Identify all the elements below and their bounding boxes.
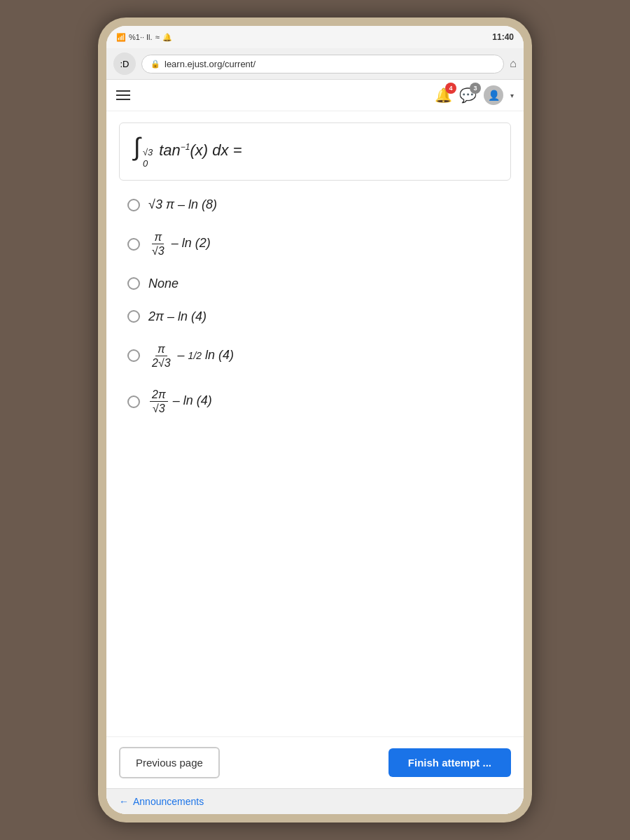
fraction-b: π √3 <box>150 230 167 258</box>
previous-page-button[interactable]: Previous page <box>119 747 220 778</box>
status-bar: 📶 %1·· Il. ≈ 🔔 11:40 <box>106 26 524 48</box>
option-a[interactable]: √3 π – ln (8) <box>119 192 511 218</box>
bottom-nav: Previous page Finish attempt ... <box>106 736 524 788</box>
hamburger-line1 <box>116 90 130 92</box>
option-a-label: √3 π – ln (8) <box>148 197 217 212</box>
option-f[interactable]: 2π √3 – ln (4) <box>119 382 511 421</box>
hamburger-line2 <box>116 94 130 96</box>
fraction-e-den: 2√3 <box>150 356 173 370</box>
phone-frame: 📶 %1·· Il. ≈ 🔔 11:40 :D 🔒 learn.ejust.or… <box>98 18 532 822</box>
hamburger-line3 <box>116 99 130 100</box>
browser-chrome: :D 🔒 learn.ejust.org/current/ ⌂ <box>106 48 524 80</box>
chat-badge: 3 <box>470 83 481 94</box>
option-f-label: 2π √3 – ln (4) <box>148 388 212 415</box>
radio-b[interactable] <box>127 238 140 251</box>
options-list: √3 π – ln (8) π √3 – ln (2) <box>119 192 511 421</box>
fraction-e: π 2√3 <box>150 342 173 370</box>
finish-attempt-button[interactable]: Finish attempt ... <box>388 748 511 777</box>
avatar-placeholder: 👤 <box>488 90 500 101</box>
fraction-b-num: π <box>152 230 164 244</box>
option-e[interactable]: π 2√3 – 1/2 ln (4) <box>119 337 511 375</box>
radio-e[interactable] <box>127 349 140 362</box>
back-arrow-icon: ← <box>119 796 129 807</box>
option-e-label: π 2√3 – 1/2 ln (4) <box>148 342 234 370</box>
status-time: 11:40 <box>492 32 514 42</box>
option-d-label: 2π – ln (4) <box>148 309 206 324</box>
smiley-label: :D <box>120 59 130 69</box>
lower-bound: 0 <box>143 158 153 169</box>
fraction-b-den: √3 <box>150 244 167 258</box>
status-left: 📶 %1·· Il. ≈ 🔔 <box>116 33 172 42</box>
radio-a[interactable] <box>127 199 140 211</box>
option-b[interactable]: π √3 – ln (2) <box>119 225 511 263</box>
integrand-text: tan−1(x) dx = <box>159 141 241 160</box>
option-b-label: π √3 – ln (2) <box>148 230 211 258</box>
fraction-f-den: √3 <box>150 402 167 415</box>
bell-container[interactable]: 🔔 4 <box>435 87 452 104</box>
hamburger-menu[interactable] <box>116 90 130 100</box>
fraction-f: 2π √3 <box>150 388 168 415</box>
fraction-f-num: 2π <box>150 388 168 402</box>
top-nav: 🔔 4 💬 3 👤 ▾ <box>106 80 524 111</box>
spacer <box>106 435 524 737</box>
phone-screen: 📶 %1·· Il. ≈ 🔔 11:40 :D 🔒 learn.ejust.or… <box>106 26 524 814</box>
browser-back-button[interactable]: :D <box>113 52 136 75</box>
integral-expression: ∫ √3 0 tan−1(x) dx = <box>134 134 496 169</box>
bell-badge: 4 <box>445 83 456 94</box>
avatar[interactable]: 👤 <box>484 85 503 105</box>
fraction-e-num: π <box>155 342 167 356</box>
chat-container[interactable]: 💬 3 <box>459 87 477 104</box>
bottom-link-bar[interactable]: ← Announcements <box>106 788 524 814</box>
upper-bound: √3 <box>143 147 153 158</box>
page-content: 🔔 4 💬 3 👤 ▾ <box>106 80 524 814</box>
radio-c[interactable] <box>127 277 140 290</box>
integral-bounds: √3 0 <box>143 147 153 169</box>
radio-d[interactable] <box>127 310 140 323</box>
status-text: %1·· Il. <box>129 33 153 41</box>
sound-icon: 🔔 <box>162 33 172 42</box>
question-box: ∫ √3 0 tan−1(x) dx = <box>119 122 511 181</box>
nav-icons: 🔔 4 💬 3 👤 ▾ <box>435 85 514 105</box>
dropdown-arrow-icon[interactable]: ▾ <box>510 92 514 99</box>
url-bar[interactable]: 🔒 learn.ejust.org/current/ <box>141 55 504 74</box>
option-d[interactable]: 2π – ln (4) <box>119 304 511 330</box>
integral-symbol: ∫ <box>134 134 141 160</box>
announcements-link[interactable]: Announcements <box>133 796 204 807</box>
signal-icon: 📶 <box>116 33 126 42</box>
option-c[interactable]: None <box>119 271 511 297</box>
url-text: learn.ejust.org/current/ <box>164 59 495 69</box>
quiz-area: ∫ √3 0 tan−1(x) dx = √3 π – ln (8) <box>106 111 524 435</box>
home-icon[interactable]: ⌂ <box>510 57 517 70</box>
wifi-icon: ≈ <box>155 33 160 41</box>
option-c-label: None <box>148 276 178 291</box>
lock-icon: 🔒 <box>150 59 160 69</box>
radio-f[interactable] <box>127 396 140 408</box>
